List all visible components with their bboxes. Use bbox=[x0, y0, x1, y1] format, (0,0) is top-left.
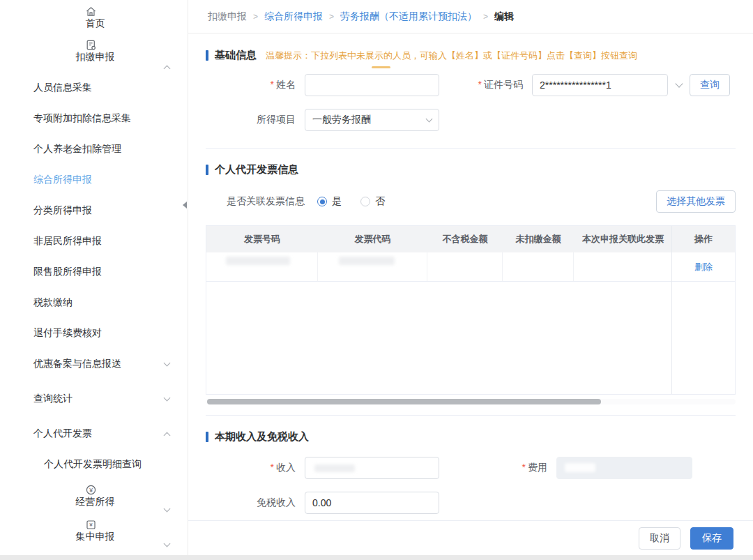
scrollbar-thumb[interactable] bbox=[207, 399, 601, 404]
sidebar-item-query-statistics[interactable]: 查询统计 bbox=[0, 384, 188, 414]
sidebar-item-nonresident-income[interactable]: 非居民所得申报 bbox=[0, 226, 188, 257]
query-button[interactable]: 查询 bbox=[690, 74, 730, 96]
chevron-down-icon bbox=[164, 506, 171, 513]
breadcrumb-separator: > bbox=[329, 12, 334, 22]
sidebar-item-invoice-detail-query[interactable]: 个人代开发票明细查询 bbox=[0, 449, 188, 480]
sidebar: 首页 扣缴申报 人员信息采集 专项附加扣除信息采集 个人养老金扣除管理 综合所得… bbox=[0, 0, 188, 555]
yen-circle-icon: ¥ bbox=[85, 484, 97, 496]
sidebar-item-label: 扣缴申报 bbox=[76, 51, 115, 63]
section-accent-bar bbox=[206, 50, 208, 61]
breadcrumb-item[interactable]: 综合所得申报 bbox=[264, 10, 323, 23]
income-input[interactable] bbox=[305, 457, 439, 479]
name-input[interactable] bbox=[305, 74, 439, 96]
fixed-column-divider bbox=[671, 226, 672, 394]
section-divider bbox=[206, 148, 736, 149]
chevron-down-icon bbox=[164, 395, 171, 402]
sidebar-item-classified-income[interactable]: 分类所得申报 bbox=[0, 195, 188, 226]
sidebar-item-label: 专项附加扣除信息采集 bbox=[33, 112, 131, 125]
income-item-select[interactable]: 一般劳务报酬 bbox=[305, 109, 439, 131]
id-number-label: *证件号码 bbox=[439, 79, 532, 91]
fee-input bbox=[556, 457, 692, 479]
income-section-header: 本期收入及免税收入 bbox=[206, 430, 736, 444]
delete-link[interactable]: 删除 bbox=[672, 252, 735, 282]
save-button[interactable]: 保存 bbox=[690, 527, 733, 550]
invoice-info-section-header: 个人代开发票信息 bbox=[206, 163, 736, 176]
breadcrumb: 扣缴申报 > 综合所得申报 > 劳务报酬（不适用累计预扣法） > 编辑 bbox=[188, 0, 753, 33]
amount-ex-tax-cell bbox=[427, 252, 503, 281]
column-header: 发票代码 bbox=[318, 233, 427, 245]
linked-this-filing-cell bbox=[574, 252, 672, 281]
income-item-row: 所得项目 一般劳务报酬 bbox=[206, 109, 736, 131]
sidebar-item-label: 退付手续费核对 bbox=[33, 327, 102, 340]
cancel-button[interactable]: 取消 bbox=[639, 527, 680, 550]
id-dropdown-chevron-icon[interactable] bbox=[675, 80, 683, 87]
sidebar-item-label: 经营所得 bbox=[76, 496, 115, 508]
unwithheld-amount-cell bbox=[503, 252, 574, 281]
sidebar-item-label: 限售股所得申报 bbox=[33, 266, 102, 278]
chevron-down-icon bbox=[426, 116, 433, 123]
section-title: 本期收入及免税收入 bbox=[215, 430, 309, 444]
fee-label: *费用 bbox=[439, 462, 556, 474]
sidebar-item-label: 首页 bbox=[86, 17, 105, 30]
sidebar-item-personnel-info[interactable]: 人员信息采集 bbox=[0, 73, 188, 103]
footer-action-bar: 取消 保存 bbox=[188, 520, 753, 555]
action-cell: 删除 bbox=[672, 252, 735, 281]
main-panel: 扣缴申报 > 综合所得申报 > 劳务报酬（不适用累计预扣法） > 编辑 基础信息… bbox=[188, 0, 753, 555]
sidebar-item-label: 人员信息采集 bbox=[33, 82, 92, 94]
section-title: 基础信息 bbox=[215, 49, 257, 62]
sidebar-item-label: 个人代开发票明细查询 bbox=[44, 458, 142, 471]
sidebar-item-comprehensive-income[interactable]: 综合所得申报 bbox=[0, 165, 188, 195]
sidebar-item-withholding[interactable]: 扣缴申报 bbox=[0, 39, 188, 73]
breadcrumb-item[interactable]: 扣缴申报 bbox=[208, 10, 247, 23]
sidebar-item-pension-deduction[interactable]: 个人养老金扣除管理 bbox=[0, 134, 188, 165]
invoice-table-header: 发票号码 发票代码 不含税金额 未扣缴金额 本次申报关联此发票 操作 bbox=[206, 226, 735, 252]
tip-underline-mark bbox=[372, 66, 390, 68]
select-other-invoice-button[interactable]: 选择其他发票 bbox=[656, 190, 736, 213]
sidebar-item-refund-fee-check[interactable]: 退付手续费核对 bbox=[0, 318, 188, 349]
radio-yes[interactable] bbox=[317, 197, 327, 206]
sidebar-item-centralized-declaration[interactable]: ¥ 集中申报 bbox=[0, 519, 188, 552]
link-invoice-label: 是否关联发票信息 bbox=[227, 195, 305, 208]
radio-yes-label[interactable]: 是 bbox=[332, 195, 342, 208]
required-mark: * bbox=[271, 462, 274, 473]
chevron-down-icon bbox=[164, 540, 171, 547]
breadcrumb-item[interactable]: 劳务报酬（不适用累计预扣法） bbox=[340, 10, 477, 23]
column-header: 操作 bbox=[672, 233, 735, 245]
name-id-row: *姓名 *证件号码 查询 bbox=[206, 74, 736, 96]
sidebar-item-label: 优惠备案与信息报送 bbox=[33, 358, 121, 370]
tax-free-row: 免税收入 bbox=[206, 492, 736, 514]
column-header: 不含税金额 bbox=[427, 233, 503, 245]
basic-info-section-header: 基础信息 温馨提示：下拉列表中未展示的人员，可输入【姓名】或【证件号码】点击【查… bbox=[206, 49, 736, 62]
sidebar-item-business-income[interactable]: ¥ 经营所得 bbox=[0, 484, 188, 517]
sidebar-item-label: 个人代开发票 bbox=[33, 427, 92, 440]
section-accent-bar bbox=[206, 165, 208, 175]
warm-tip-text: 温馨提示：下拉列表中未展示的人员，可输入【姓名】或【证件号码】点击【查询】按钮查… bbox=[266, 50, 637, 62]
radio-no[interactable] bbox=[360, 197, 370, 206]
chevron-up-icon bbox=[164, 432, 171, 439]
sidebar-item-home[interactable]: 首页 bbox=[0, 6, 188, 39]
required-mark: * bbox=[478, 79, 482, 90]
app-window: 首页 扣缴申报 人员信息采集 专项附加扣除信息采集 个人养老金扣除管理 综合所得… bbox=[0, 0, 753, 555]
name-label: *姓名 bbox=[206, 79, 305, 91]
column-header: 发票号码 bbox=[206, 233, 318, 245]
sidebar-item-personal-invoice[interactable]: 个人代开发票 bbox=[0, 418, 188, 449]
table-horizontal-scrollbar bbox=[206, 399, 736, 404]
svg-text:¥: ¥ bbox=[89, 487, 93, 494]
breadcrumb-separator: > bbox=[253, 12, 258, 22]
sidebar-item-special-deduction[interactable]: 专项附加扣除信息采集 bbox=[0, 103, 188, 134]
sidebar-item-restricted-shares[interactable]: 限售股所得申报 bbox=[0, 257, 188, 287]
section-title: 个人代开发票信息 bbox=[215, 163, 298, 176]
breadcrumb-separator: > bbox=[483, 12, 488, 22]
link-invoice-row: 是否关联发票信息 是 否 选择其他发票 bbox=[206, 190, 736, 213]
income-fee-row: *收入 *费用 bbox=[206, 457, 736, 479]
required-mark: * bbox=[271, 79, 274, 90]
sidebar-collapse-icon[interactable] bbox=[183, 202, 187, 209]
radio-no-label[interactable]: 否 bbox=[375, 195, 385, 208]
tax-free-income-input[interactable] bbox=[305, 492, 439, 514]
form-content: 基础信息 温馨提示：下拉列表中未展示的人员，可输入【姓名】或【证件号码】点击【查… bbox=[188, 33, 753, 520]
svg-text:¥: ¥ bbox=[89, 522, 93, 528]
sidebar-item-label: 集中申报 bbox=[76, 531, 115, 543]
id-number-input[interactable] bbox=[532, 74, 668, 96]
sidebar-item-preferential-filing[interactable]: 优惠备案与信息报送 bbox=[0, 349, 188, 379]
sidebar-item-tax-payment[interactable]: 税款缴纳 bbox=[0, 287, 188, 318]
